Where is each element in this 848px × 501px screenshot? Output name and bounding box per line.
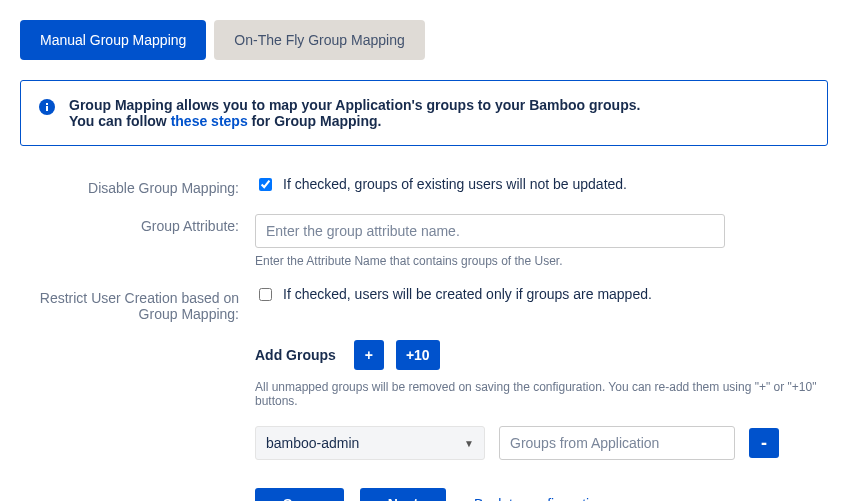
- info-panel: Group Mapping allows you to map your App…: [20, 80, 828, 146]
- disable-group-mapping-label: Disable Group Mapping:: [30, 176, 255, 196]
- restrict-user-creation-text: If checked, users will be created only i…: [283, 286, 652, 302]
- add-groups-help: All unmapped groups will be removed on s…: [255, 380, 828, 408]
- bamboo-group-select[interactable]: bamboo-admin ▼: [255, 426, 485, 460]
- restrict-user-creation-checkbox[interactable]: [259, 288, 272, 301]
- bamboo-group-value: bamboo-admin: [266, 435, 359, 451]
- info-text-line1: Group Mapping allows you to map your App…: [69, 97, 811, 113]
- add-groups-row: Add Groups + +10: [255, 340, 828, 370]
- info-icon: [39, 99, 55, 115]
- tabs: Manual Group Mapping On-The Fly Group Ma…: [20, 20, 828, 60]
- group-mapping-row: bamboo-admin ▼ -: [255, 426, 828, 460]
- add-groups-label: Add Groups: [255, 347, 336, 363]
- application-group-input[interactable]: [499, 426, 735, 460]
- info-text-post: for Group Mapping.: [248, 113, 382, 129]
- next-button[interactable]: Next: [360, 488, 446, 501]
- remove-mapping-button[interactable]: -: [749, 428, 779, 458]
- info-text-pre: You can follow: [69, 113, 171, 129]
- these-steps-link[interactable]: these steps: [171, 113, 248, 129]
- add-group-plus-button[interactable]: +: [354, 340, 384, 370]
- back-to-configuration-link[interactable]: Back to configuration: [474, 496, 605, 501]
- chevron-down-icon: ▼: [464, 438, 474, 449]
- save-button[interactable]: Save: [255, 488, 344, 501]
- group-attribute-help: Enter the Attribute Name that contains g…: [255, 254, 828, 268]
- svg-rect-1: [46, 106, 48, 111]
- restrict-user-creation-label: Restrict User Creation based on Group Ma…: [30, 286, 255, 322]
- tab-on-the-fly-group-mapping[interactable]: On-The Fly Group Mapping: [214, 20, 424, 60]
- info-text-line2: You can follow these steps for Group Map…: [69, 113, 811, 129]
- group-attribute-input[interactable]: [255, 214, 725, 248]
- actions-row: Save Next Back to configuration: [255, 488, 828, 501]
- disable-group-mapping-checkbox[interactable]: [259, 178, 272, 191]
- svg-rect-2: [46, 103, 48, 105]
- disable-group-mapping-text: If checked, groups of existing users wil…: [283, 176, 627, 192]
- restrict-user-creation-row: If checked, users will be created only i…: [255, 286, 828, 304]
- form: Disable Group Mapping: If checked, group…: [20, 176, 828, 501]
- disable-group-mapping-row: If checked, groups of existing users wil…: [255, 176, 828, 194]
- add-group-plus10-button[interactable]: +10: [396, 340, 440, 370]
- group-attribute-label: Group Attribute:: [30, 214, 255, 268]
- tab-manual-group-mapping[interactable]: Manual Group Mapping: [20, 20, 206, 60]
